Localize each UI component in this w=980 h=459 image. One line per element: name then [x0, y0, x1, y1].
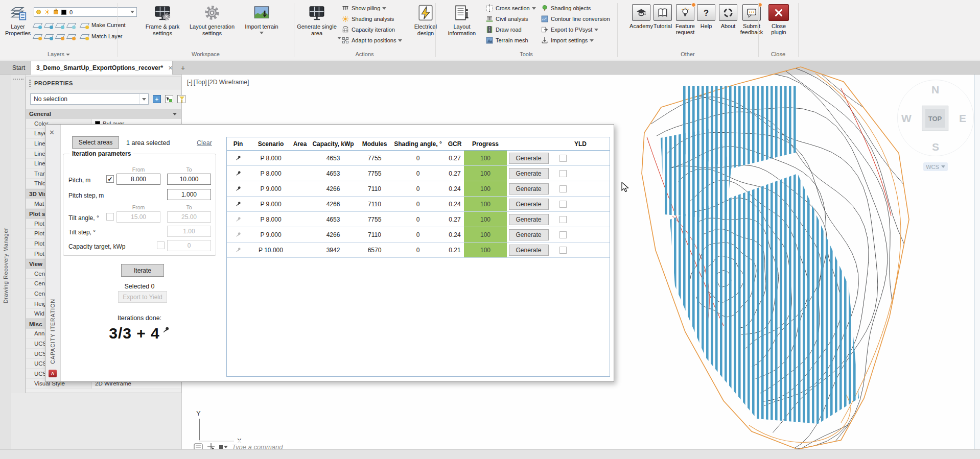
layout-information-button[interactable]: Layout information	[440, 4, 483, 37]
layer-lock-icon[interactable]	[54, 10, 58, 14]
ribbon-item-terrain-mesh[interactable]: Terrain mesh	[485, 35, 536, 45]
generate-single-area-button[interactable]: Generate single area	[295, 4, 338, 37]
generate-button[interactable]: Generate	[509, 168, 549, 179]
ribbon-item-shading-objects[interactable]: Shading objects	[541, 3, 610, 13]
tab-start[interactable]: Start	[7, 61, 30, 75]
frame-park-settings-button[interactable]: Frame & park settings	[143, 4, 182, 37]
properties-palette-header[interactable]: PROPERTIES	[26, 77, 181, 89]
yld-checkbox[interactable]	[559, 170, 567, 177]
tilt-from-input[interactable]: 15.00	[116, 211, 160, 223]
yld-checkbox[interactable]	[559, 185, 567, 192]
tilt-checkbox[interactable]	[106, 213, 114, 221]
make-current-button[interactable]: Make Current	[81, 22, 126, 28]
solar-panel-area[interactable]	[670, 174, 859, 424]
import-terrain-button[interactable]: Import terrain	[239, 4, 284, 34]
generate-single-area-arrow-icon[interactable]	[337, 37, 341, 39]
generate-button[interactable]: Generate	[509, 153, 549, 164]
layer-freeze-tool-icon[interactable]	[55, 23, 65, 28]
pitch-checkbox[interactable]: ✓	[106, 175, 114, 183]
generate-button[interactable]: Generate	[509, 183, 549, 195]
layer-on-tool-icon[interactable]	[33, 34, 42, 39]
ribbon-item-civil-analysis[interactable]: Civil analysis	[485, 14, 536, 24]
ribbon-item-shading-analysis[interactable]: Shading analysis	[341, 14, 402, 24]
yld-checkbox[interactable]	[559, 216, 567, 223]
select-objects-icon[interactable]	[165, 95, 173, 103]
ribbon-item-import-settings[interactable]: Import settings	[541, 35, 610, 45]
selection-dropdown[interactable]: No selection	[30, 93, 149, 105]
new-tab-button[interactable]: +	[176, 61, 190, 75]
drawing-recovery-manager-bar[interactable]: Drawing Recovery Manager	[0, 75, 11, 449]
layer-on-icon[interactable]	[36, 10, 41, 14]
iterate-button[interactable]: Iterate	[121, 264, 164, 277]
match-layer-button[interactable]: Match Layer	[81, 33, 123, 39]
layer-unisolate-tool-icon[interactable]	[44, 34, 54, 39]
command-options-icon[interactable]	[219, 445, 228, 449]
capacity-target-input[interactable]: 0	[167, 240, 211, 251]
select-areas-button[interactable]: Select areas	[72, 136, 119, 149]
yld-checkbox[interactable]	[559, 247, 567, 254]
yld-checkbox[interactable]	[559, 201, 567, 208]
pin-cell[interactable]	[227, 166, 249, 181]
ribbon-button-submit-feedback[interactable]: Submit feedback	[737, 4, 766, 35]
canvas-scrollbar[interactable]	[974, 75, 980, 449]
layer-dropdown-arrow-icon[interactable]	[130, 11, 134, 13]
generate-button[interactable]: Generate	[509, 245, 549, 256]
generate-button[interactable]: Generate	[509, 214, 549, 225]
layer-off-tool-icon[interactable]	[33, 23, 42, 28]
generate-button[interactable]: Generate	[509, 229, 549, 240]
tilt-to-input[interactable]: 25.00	[167, 211, 211, 223]
dialog-close-icon[interactable]: ✕	[49, 129, 55, 136]
layer-isolate-tool-icon[interactable]	[44, 23, 54, 28]
tilt-step-input[interactable]: 1.00	[167, 226, 211, 237]
ribbon-item-contour-line-conversion[interactable]: Contour line conversion	[541, 14, 610, 24]
layer-unlock-tool-icon[interactable]	[66, 34, 76, 39]
properties-section-general[interactable]: General	[26, 109, 181, 119]
layer-properties-button[interactable]: Layer Properties	[3, 4, 33, 37]
viewport-visual-style-control[interactable]: [2D Wireframe]	[208, 79, 249, 86]
pin-cell[interactable]	[227, 212, 249, 227]
pin-cell[interactable]	[227, 151, 249, 165]
pin-cell[interactable]	[227, 197, 249, 211]
ribbon-item-show-piling[interactable]: Show piling	[341, 3, 402, 13]
ribbon-item-draw-road[interactable]: Draw road	[485, 25, 536, 35]
viewcube-south[interactable]: S	[932, 141, 939, 153]
yld-checkbox[interactable]	[559, 155, 567, 162]
close-plugin-button[interactable]: Close plugin	[764, 4, 793, 35]
clear-link[interactable]: Clear	[197, 139, 212, 147]
toggle-pickadd-icon[interactable]: +	[153, 95, 161, 103]
quick-select-icon[interactable]	[177, 95, 185, 103]
solar-panel-areas[interactable]	[661, 86, 859, 424]
capacity-target-checkbox[interactable]	[157, 241, 165, 249]
ribbon-item-cross-section[interactable]: Cross section	[485, 3, 536, 13]
pitch-from-input[interactable]: 8.000	[116, 174, 160, 185]
group-label-layers[interactable]: Layers	[0, 50, 118, 58]
palette-grip[interactable]	[13, 79, 24, 80]
viewcube-north[interactable]: N	[931, 84, 939, 96]
viewcube-west[interactable]: W	[901, 112, 912, 125]
layer-control-dropdown[interactable]: 0	[34, 7, 137, 17]
layer-freeze-sun-icon[interactable]	[44, 9, 51, 15]
tab-drawing[interactable]: 3_Demo_SmartUp_ExportOptions_recover* ✕	[31, 61, 173, 75]
layer-thaw-tool-icon[interactable]	[55, 34, 65, 39]
ribbon-item-export-to-pvsyst[interactable]: Export to PVsyst	[541, 25, 610, 35]
pitch-step-input[interactable]: 1.000	[167, 189, 211, 200]
pitch-to-input[interactable]: 10.000	[167, 174, 211, 185]
yld-checkbox[interactable]	[559, 231, 567, 238]
export-to-yield-button[interactable]: Export to Yield	[118, 291, 167, 303]
selection-dropdown-arrow[interactable]	[139, 94, 148, 104]
ribbon-item-adapt-to-positions[interactable]: Adapt to positions	[341, 35, 402, 45]
viewport-minimize-control[interactable]: [-]	[187, 79, 193, 86]
layout-generation-settings-button[interactable]: Layout generation settings	[186, 4, 238, 37]
pin-cell[interactable]	[227, 181, 249, 196]
viewcube-east[interactable]: E	[959, 112, 966, 125]
viewport-view-control[interactable]: [Top]	[194, 79, 207, 86]
viewcube-top-face[interactable]: TOP	[922, 106, 948, 131]
layer-color-swatch[interactable]	[61, 10, 66, 15]
pin-cell[interactable]	[227, 243, 249, 257]
layer-lock-tool-icon[interactable]	[66, 23, 76, 28]
tab-close-icon[interactable]: ✕	[168, 65, 173, 71]
pin-cell[interactable]	[227, 227, 249, 242]
wcs-dropdown[interactable]: WCS	[923, 162, 948, 171]
dropdown-arrow-icon[interactable]	[260, 32, 264, 34]
generate-button[interactable]: Generate	[509, 199, 549, 210]
